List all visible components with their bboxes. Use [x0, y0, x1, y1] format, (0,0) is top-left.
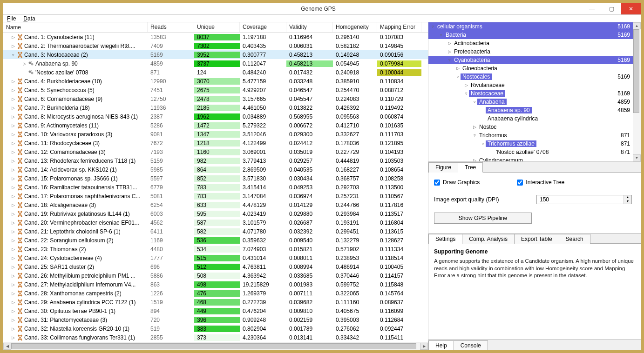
expand-icon[interactable]: ▷ — [11, 255, 16, 260]
table-row[interactable]: ▷ Cand. 21: Leptothrix cholodnii SP-6 (1… — [3, 227, 428, 236]
table-row[interactable]: ▷ Cand. 16: Ramlibacter tataouinensis TT… — [3, 183, 428, 192]
tree-expand-icon[interactable]: ▿ — [439, 33, 444, 38]
tree-expand-icon[interactable]: ▷ — [447, 41, 452, 46]
table-row[interactable]: ▷ Cand. 20: Verminephrobacter eiseniae E… — [3, 218, 428, 227]
col-coverage[interactable]: Coverage — [240, 22, 286, 32]
expand-icon[interactable]: ▷ — [11, 176, 16, 181]
expand-icon[interactable]: ▷ — [11, 202, 16, 207]
tree-expand-icon[interactable]: ▷ — [455, 66, 461, 71]
tree-expand-icon[interactable]: ▿ — [481, 141, 486, 147]
expand-icon[interactable]: ▷ — [11, 273, 16, 278]
tree-expand-icon[interactable]: ▿ — [447, 58, 452, 63]
col-validity[interactable]: Validity — [286, 22, 333, 32]
tab-console[interactable]: Console — [454, 340, 488, 350]
tree-row[interactable]: ▿Nostocales5169 — [428, 73, 633, 81]
tab-search[interactable]: Search — [559, 234, 590, 244]
table-row[interactable]: ▷ Cand. 13: Rhodoferax ferrireducens T11… — [3, 156, 428, 165]
table-row[interactable]: ▿ Cand. 3: Nostocaceae (2)516939520.3007… — [3, 50, 428, 59]
tab-comp-analysis[interactable]: Comp. Analysis — [462, 234, 515, 244]
menu-file[interactable]: File — [7, 15, 16, 22]
tree-row[interactable]: ▷Actinobacteria — [428, 39, 633, 47]
expand-icon[interactable] — [22, 70, 27, 75]
table-row[interactable]: ▷ Cand. 33: Collimonas fungivorans Ter33… — [3, 333, 428, 342]
tree-expand-icon[interactable]: ▿ — [455, 74, 461, 80]
table-row[interactable]: ▷ Cand. 26: Methylibium petroleiphilum P… — [3, 271, 428, 280]
expand-icon[interactable]: ▷ — [11, 264, 16, 269]
tree-row[interactable]: ▷Nostoc — [428, 123, 633, 131]
col-unique[interactable]: Unique — [194, 22, 240, 32]
expand-icon[interactable]: ▷ — [11, 220, 16, 225]
tree-row[interactable]: ▿Trichormus871 — [428, 131, 633, 140]
expand-icon[interactable]: ▷ — [11, 158, 16, 163]
tree-expand-icon[interactable] — [489, 150, 494, 155]
tree-row[interactable]: ▿Trichormus azollae871 — [428, 140, 633, 148]
table-row[interactable]: ▷ Cand. 2: Thermoanaerobacter wiegelii R… — [3, 41, 428, 50]
tree-row[interactable]: ▿Anabaena4859 — [428, 98, 633, 106]
table-row[interactable]: ▷ Cand. 8: Microcystis aeruginosa NIES-8… — [3, 112, 428, 121]
table-row[interactable]: ▷ Cand. 6: Comamonadaceae (9)1275024783.… — [3, 94, 428, 103]
tree-expand-icon[interactable]: ▷ — [464, 83, 469, 88]
expand-icon[interactable]: ▷ — [11, 123, 16, 128]
col-homogeneity[interactable]: Homogeneity — [333, 22, 377, 32]
show-gps-pipeline-button[interactable]: Show GPS Pipeline — [434, 213, 532, 224]
tree-expand-icon[interactable] — [481, 116, 486, 121]
expand-icon[interactable]: ▷ — [11, 193, 16, 199]
table-row[interactable]: ▷ Cand. 18: Alcaligenaceae (3)62546334.4… — [3, 200, 428, 209]
expand-icon[interactable]: ▷ — [11, 167, 16, 172]
table-row[interactable]: 'Nostoc azollae' 07088711240.4842400.017… — [3, 68, 428, 77]
table-row[interactable]: ▷ Cand. 1: Cyanobacteria (11)1358380371.… — [3, 33, 428, 41]
tree-expand-icon[interactable]: ▿ — [464, 91, 469, 96]
table-row[interactable]: ▷ Cand. 24: Cystobacterineae (4)17775150… — [3, 253, 428, 262]
table-row[interactable]: ▷ Cand. 32: Niastella koreensis GR20-10 … — [3, 324, 428, 333]
table-row[interactable]: ▷ Cand. 12: Comamonadaceae (3)719311603.… — [3, 147, 428, 156]
draw-graphics-checkbox[interactable]: Draw Graphics — [434, 179, 480, 186]
col-reads[interactable]: Reads — [148, 22, 194, 32]
tree-row[interactable]: ▷Proteobacteria — [428, 47, 633, 56]
tree-expand-icon[interactable]: ▷ — [472, 125, 477, 130]
table-row[interactable]: ▷ Cand. 22: Sorangium cellulosum (2)1169… — [3, 236, 428, 245]
expand-icon[interactable]: ▷ — [11, 87, 16, 93]
menu-data[interactable]: Data — [23, 15, 35, 22]
table-row[interactable]: ▷ Cand. 5: Synechococcus (5)745126754.92… — [3, 86, 428, 94]
table-row[interactable]: ▷ Cand. 17: Polaromonas naphthalenivoran… — [3, 192, 428, 200]
expand-icon[interactable]: ▷ — [11, 132, 16, 137]
expand-icon[interactable]: ▷ — [11, 300, 16, 305]
col-mapping[interactable]: Mapping Error — [377, 22, 421, 32]
dpi-down[interactable]: ▼ — [624, 200, 631, 204]
table-row[interactable]: ▷ Cand. 11: Rhodocyclaceae (3)767212184.… — [3, 139, 428, 147]
expand-icon[interactable]: ▷ — [11, 149, 16, 154]
table-row[interactable]: ▷ Cand. 19: Rubrivivax gelatinosus IL144… — [3, 209, 428, 218]
tree-row[interactable]: Anabaena cylindrica — [428, 114, 633, 123]
expand-icon[interactable]: ▷ — [11, 96, 16, 101]
tab-export-table[interactable]: Export Table — [514, 234, 559, 244]
table-row[interactable]: ▷ Cand. 4: Burkholderiaceae (10)12990307… — [3, 77, 428, 86]
table-row[interactable]: ▷ Cand. 27: Methylacidiphilum infernorum… — [3, 280, 428, 289]
tree-expand-icon[interactable]: ▿ — [472, 100, 477, 105]
table-row[interactable]: ▷ Cand. 15: Polaromonas sp. JS666 (1)559… — [3, 174, 428, 183]
expand-icon[interactable]: ▷ — [11, 79, 16, 84]
expand-icon[interactable]: ▷ — [11, 326, 16, 331]
expand-icon[interactable]: ▷ — [11, 291, 16, 296]
tab-figure[interactable]: Figure — [428, 162, 458, 173]
scroll-down-button[interactable]: ▼ — [633, 154, 641, 161]
tree-vertical-scrollbar[interactable]: ▲ ▼ — [633, 22, 641, 161]
table-row[interactable]: ▷ Cand. 14: Acidovorax sp. KKS102 (1)598… — [3, 165, 428, 174]
scroll-up-button[interactable]: ▲ — [633, 22, 641, 29]
tree-expand-icon[interactable]: ▿ — [472, 133, 477, 138]
table-row[interactable]: ▷ Cand. 30: Opitutus terrae PB90-1 (1)89… — [3, 306, 428, 315]
table-row[interactable]: ▷ Cand. 25: SAR11 cluster (2)6965124.763… — [3, 262, 428, 271]
scroll-thumb[interactable] — [11, 343, 416, 349]
minimize-button[interactable]: — — [582, 3, 602, 14]
horizontal-scrollbar[interactable]: ◀ ▶ — [3, 342, 428, 350]
expand-icon[interactable]: ▷ — [11, 114, 16, 119]
table-row[interactable]: ▷ Cand. 31: Planctomycetaceae (3)7203960… — [3, 315, 428, 324]
expand-icon[interactable]: ▷ — [11, 229, 16, 234]
table-row[interactable]: ▷ Cand. 23: Thiomonas (2)44805347.074903… — [3, 245, 428, 253]
tree-expand-icon[interactable]: ▷ — [472, 158, 477, 162]
tree-row[interactable]: 'Nostoc azollae' 0708871 — [428, 148, 633, 156]
table-row[interactable]: ▷ Cand. 10: Variovorax paradoxus (3)9081… — [3, 130, 428, 139]
tree-expand-icon[interactable]: ▿ — [430, 24, 435, 29]
table-row[interactable]: ▷ Cand. 9: Actinomycetales (11)528614725… — [3, 121, 428, 130]
tree-row[interactable]: ▿cellular organisms5169 — [428, 22, 633, 31]
scroll-left-button[interactable]: ◀ — [3, 343, 11, 350]
